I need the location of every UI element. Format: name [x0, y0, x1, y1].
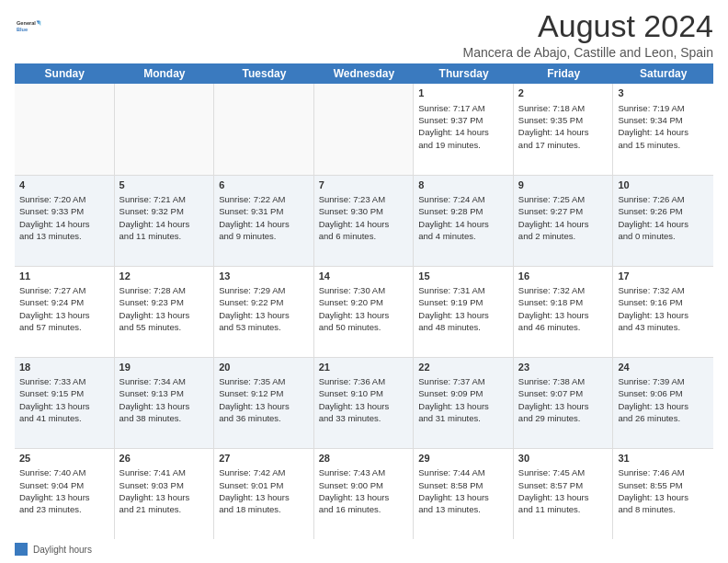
- cal-cell: 31Sunrise: 7:46 AM Sunset: 8:55 PM Dayli…: [613, 449, 713, 539]
- day-info: Sunrise: 7:17 AM Sunset: 9:37 PM Dayligh…: [418, 103, 489, 150]
- cal-cell: 28Sunrise: 7:43 AM Sunset: 9:00 PM Dayli…: [314, 449, 415, 539]
- day-info: Sunrise: 7:36 AM Sunset: 9:10 PM Dayligh…: [319, 376, 390, 423]
- day-info: Sunrise: 7:32 AM Sunset: 9:16 PM Dayligh…: [618, 285, 688, 332]
- day-number: 24: [618, 361, 709, 374]
- svg-text:Blue: Blue: [17, 27, 28, 32]
- cal-cell: [15, 84, 115, 174]
- cal-cell: 26Sunrise: 7:41 AM Sunset: 9:03 PM Dayli…: [115, 449, 215, 539]
- cal-header-saturday: Saturday: [613, 63, 713, 84]
- day-info: Sunrise: 7:39 AM Sunset: 9:06 PM Dayligh…: [618, 376, 688, 423]
- cal-week-3: 11Sunrise: 7:27 AM Sunset: 9:24 PM Dayli…: [15, 267, 713, 358]
- day-info: Sunrise: 7:31 AM Sunset: 9:19 PM Dayligh…: [418, 285, 489, 332]
- cal-cell: 20Sunrise: 7:35 AM Sunset: 9:12 PM Dayli…: [214, 358, 314, 448]
- legend-box: [15, 543, 28, 556]
- cal-cell: 27Sunrise: 7:42 AM Sunset: 9:01 PM Dayli…: [214, 449, 314, 539]
- logo-icon: GeneralBlue: [17, 13, 42, 39]
- day-info: Sunrise: 7:27 AM Sunset: 9:24 PM Dayligh…: [19, 285, 90, 332]
- day-info: Sunrise: 7:46 AM Sunset: 8:55 PM Dayligh…: [618, 467, 688, 514]
- cal-cell: 9Sunrise: 7:25 AM Sunset: 9:27 PM Daylig…: [514, 176, 614, 266]
- day-number: 25: [19, 452, 109, 465]
- day-number: 8: [418, 178, 508, 192]
- day-number: 21: [319, 361, 409, 374]
- day-info: Sunrise: 7:29 AM Sunset: 9:22 PM Dayligh…: [219, 285, 290, 332]
- cal-cell: 7Sunrise: 7:23 AM Sunset: 9:30 PM Daylig…: [314, 176, 415, 266]
- legend: Daylight hours: [15, 543, 713, 556]
- cal-header-tuesday: Tuesday: [214, 63, 314, 84]
- day-info: Sunrise: 7:41 AM Sunset: 9:03 PM Dayligh…: [119, 467, 190, 514]
- day-number: 14: [319, 270, 409, 283]
- cal-cell: 3Sunrise: 7:19 AM Sunset: 9:34 PM Daylig…: [613, 84, 713, 174]
- calendar: SundayMondayTuesdayWednesdayThursdayFrid…: [15, 63, 713, 539]
- day-info: Sunrise: 7:34 AM Sunset: 9:13 PM Dayligh…: [119, 376, 190, 423]
- cal-cell: 13Sunrise: 7:29 AM Sunset: 9:22 PM Dayli…: [214, 267, 314, 357]
- day-info: Sunrise: 7:43 AM Sunset: 9:00 PM Dayligh…: [319, 467, 390, 514]
- day-info: Sunrise: 7:44 AM Sunset: 8:58 PM Dayligh…: [418, 467, 489, 514]
- calendar-body: 1Sunrise: 7:17 AM Sunset: 9:37 PM Daylig…: [15, 84, 713, 539]
- calendar-header: SundayMondayTuesdayWednesdayThursdayFrid…: [15, 63, 713, 84]
- cal-cell: 5Sunrise: 7:21 AM Sunset: 9:32 PM Daylig…: [115, 176, 215, 266]
- cal-cell: 23Sunrise: 7:38 AM Sunset: 9:07 PM Dayli…: [514, 358, 614, 448]
- day-info: Sunrise: 7:20 AM Sunset: 9:33 PM Dayligh…: [19, 194, 90, 241]
- cal-cell: 2Sunrise: 7:18 AM Sunset: 9:35 PM Daylig…: [514, 84, 614, 174]
- cal-week-4: 18Sunrise: 7:33 AM Sunset: 9:15 PM Dayli…: [15, 358, 713, 449]
- day-info: Sunrise: 7:35 AM Sunset: 9:12 PM Dayligh…: [219, 376, 290, 423]
- cal-week-2: 4Sunrise: 7:20 AM Sunset: 9:33 PM Daylig…: [15, 176, 713, 267]
- cal-cell: 8Sunrise: 7:24 AM Sunset: 9:28 PM Daylig…: [414, 176, 514, 266]
- day-info: Sunrise: 7:38 AM Sunset: 9:07 PM Dayligh…: [518, 376, 589, 423]
- day-info: Sunrise: 7:25 AM Sunset: 9:27 PM Dayligh…: [518, 194, 589, 241]
- cal-cell: 24Sunrise: 7:39 AM Sunset: 9:06 PM Dayli…: [613, 358, 713, 448]
- day-info: Sunrise: 7:24 AM Sunset: 9:28 PM Dayligh…: [418, 194, 489, 241]
- day-number: 3: [618, 86, 709, 100]
- day-number: 23: [518, 361, 609, 374]
- cal-header-monday: Monday: [115, 63, 215, 84]
- cal-cell: 29Sunrise: 7:44 AM Sunset: 8:58 PM Dayli…: [414, 449, 514, 539]
- day-number: 30: [518, 452, 609, 465]
- day-number: 6: [219, 178, 309, 192]
- day-number: 28: [319, 452, 409, 465]
- cal-cell: 11Sunrise: 7:27 AM Sunset: 9:24 PM Dayli…: [15, 267, 115, 357]
- cal-cell: 17Sunrise: 7:32 AM Sunset: 9:16 PM Dayli…: [613, 267, 713, 357]
- day-info: Sunrise: 7:32 AM Sunset: 9:18 PM Dayligh…: [518, 285, 589, 332]
- logo: GeneralBlue: [15, 13, 42, 42]
- cal-cell: 25Sunrise: 7:40 AM Sunset: 9:04 PM Dayli…: [15, 449, 115, 539]
- day-number: 20: [219, 361, 309, 374]
- day-info: Sunrise: 7:22 AM Sunset: 9:31 PM Dayligh…: [219, 194, 290, 241]
- cal-header-thursday: Thursday: [414, 63, 514, 84]
- cal-cell: [115, 84, 215, 174]
- cal-cell: [314, 84, 415, 174]
- cal-cell: 15Sunrise: 7:31 AM Sunset: 9:19 PM Dayli…: [414, 267, 514, 357]
- day-info: Sunrise: 7:23 AM Sunset: 9:30 PM Dayligh…: [319, 194, 390, 241]
- day-info: Sunrise: 7:19 AM Sunset: 9:34 PM Dayligh…: [618, 103, 688, 150]
- day-info: Sunrise: 7:26 AM Sunset: 9:26 PM Dayligh…: [618, 194, 688, 241]
- page-subtitle: Mancera de Abajo, Castille and Leon, Spa…: [463, 45, 713, 60]
- day-info: Sunrise: 7:21 AM Sunset: 9:32 PM Dayligh…: [119, 194, 190, 241]
- cal-cell: 21Sunrise: 7:36 AM Sunset: 9:10 PM Dayli…: [314, 358, 415, 448]
- cal-header-wednesday: Wednesday: [314, 63, 415, 84]
- cal-cell: 1Sunrise: 7:17 AM Sunset: 9:37 PM Daylig…: [414, 84, 514, 174]
- day-number: 17: [618, 270, 709, 283]
- legend-label: Daylight hours: [33, 545, 92, 555]
- cal-cell: 6Sunrise: 7:22 AM Sunset: 9:31 PM Daylig…: [214, 176, 314, 266]
- cal-cell: 16Sunrise: 7:32 AM Sunset: 9:18 PM Dayli…: [514, 267, 614, 357]
- day-number: 27: [219, 452, 309, 465]
- day-number: 18: [19, 361, 109, 374]
- day-number: 7: [319, 178, 409, 192]
- day-number: 2: [518, 86, 609, 100]
- cal-cell: 4Sunrise: 7:20 AM Sunset: 9:33 PM Daylig…: [15, 176, 115, 266]
- day-number: 16: [518, 270, 609, 283]
- cal-cell: 19Sunrise: 7:34 AM Sunset: 9:13 PM Dayli…: [115, 358, 215, 448]
- cal-cell: 12Sunrise: 7:28 AM Sunset: 9:23 PM Dayli…: [115, 267, 215, 357]
- title-block: August 2024 Mancera de Abajo, Castille a…: [463, 9, 713, 60]
- day-info: Sunrise: 7:30 AM Sunset: 9:20 PM Dayligh…: [319, 285, 390, 332]
- day-number: 19: [119, 361, 210, 374]
- day-number: 1: [418, 86, 508, 100]
- day-number: 15: [418, 270, 508, 283]
- day-number: 10: [618, 178, 709, 192]
- cal-header-friday: Friday: [514, 63, 614, 84]
- day-info: Sunrise: 7:28 AM Sunset: 9:23 PM Dayligh…: [119, 285, 190, 332]
- page-header: GeneralBlue August 2024 Mancera de Abajo…: [15, 9, 713, 60]
- page-title: August 2024: [463, 9, 713, 43]
- day-info: Sunrise: 7:33 AM Sunset: 9:15 PM Dayligh…: [19, 376, 90, 423]
- day-info: Sunrise: 7:18 AM Sunset: 9:35 PM Dayligh…: [518, 103, 589, 150]
- cal-cell: 22Sunrise: 7:37 AM Sunset: 9:09 PM Dayli…: [414, 358, 514, 448]
